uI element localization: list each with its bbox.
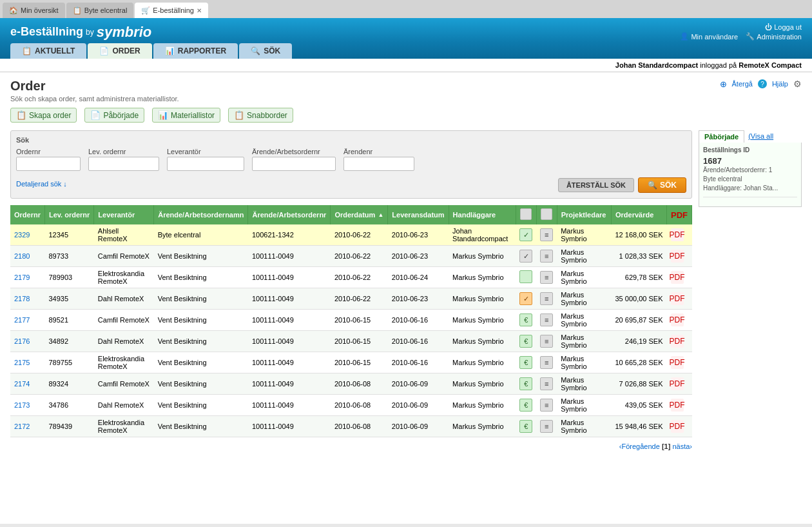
wrench-icon: 🔧 bbox=[746, 32, 755, 41]
order-link[interactable]: 2329 bbox=[14, 231, 30, 239]
order-link[interactable]: 2176 bbox=[14, 337, 30, 345]
doc-icon[interactable]: ≡ bbox=[540, 250, 553, 263]
materiallistor-icon: 📊 bbox=[158, 110, 168, 120]
col-projektledare[interactable]: Projektledare bbox=[557, 205, 611, 224]
browser-tab-ebestallning[interactable]: 🛒 E-beställning ✕ bbox=[135, 3, 208, 18]
back-link[interactable]: Återgå bbox=[732, 80, 753, 88]
col-arende-arbetsordernamn[interactable]: Ärende/Arbetsordernamn bbox=[154, 205, 248, 224]
cell-icon2: ≡ bbox=[536, 310, 557, 331]
order-link[interactable]: 2178 bbox=[14, 295, 30, 303]
doc-icon[interactable]: ≡ bbox=[540, 292, 553, 305]
doc-icon[interactable]: ≡ bbox=[540, 228, 553, 241]
pdf-icon[interactable]: PDF bbox=[671, 228, 684, 241]
lev-ordernr-input[interactable] bbox=[88, 157, 159, 171]
paborjade-icon: 📄 bbox=[90, 110, 101, 120]
order-link[interactable]: 2174 bbox=[14, 380, 30, 388]
browser-tab-overview[interactable]: 🏠 Min översikt bbox=[3, 3, 65, 18]
doc-icon[interactable]: ≡ bbox=[540, 356, 553, 369]
order-link[interactable]: 2175 bbox=[14, 359, 30, 366]
cell-leveransdatum: 2010-06-09 bbox=[388, 373, 449, 395]
cell-leveransdatum: 2010-06-16 bbox=[388, 352, 449, 373]
status-icon[interactable]: € bbox=[519, 420, 532, 433]
cell-arende-arbetsordernamn: Vent Besiktning bbox=[154, 267, 248, 288]
arende-arbetsordernr-input[interactable] bbox=[252, 157, 336, 171]
status-icon[interactable]: ✓ bbox=[519, 228, 532, 241]
cell-lev-ordernr: 34935 bbox=[44, 288, 93, 310]
help-link[interactable]: Hjälp bbox=[772, 80, 788, 88]
search-button[interactable]: 🔍 SÖK bbox=[638, 177, 686, 193]
status-icon[interactable]: € bbox=[519, 377, 532, 390]
col-ordervarde[interactable]: Ordervärde bbox=[611, 205, 666, 224]
cell-orderdatum: 2010-06-15 bbox=[331, 331, 388, 352]
leverantor-input[interactable] bbox=[167, 157, 244, 171]
cell-icon2: ≡ bbox=[536, 352, 557, 373]
cell-projektledare: Markus Symbrio bbox=[557, 373, 611, 395]
status-icon[interactable]: ✓ bbox=[519, 250, 532, 263]
status-icon[interactable]: € bbox=[519, 335, 532, 348]
cell-icon1 bbox=[516, 267, 536, 288]
sidebar-visa-all-link[interactable]: (Visa all bbox=[744, 130, 777, 143]
tab-sok[interactable]: 🔍 SÖK bbox=[239, 43, 292, 59]
reset-button[interactable]: ÅTERSTÄLL SÖK bbox=[558, 178, 634, 192]
cell-arende-arbetsordernamn: Vent Besiktning bbox=[154, 395, 248, 416]
search-fields: Ordernr Lev. ordernr Leverantör Ärende/A… bbox=[16, 148, 686, 171]
pdf-icon[interactable]: PDF bbox=[671, 420, 684, 433]
doc-icon[interactable]: ≡ bbox=[540, 313, 553, 326]
overview-tab-label: Min översikt bbox=[21, 6, 59, 14]
tab-aktuellt[interactable]: 📋 AKTUELLT bbox=[10, 43, 86, 59]
col-handlaggare[interactable]: Handläggare bbox=[449, 205, 516, 224]
col-lev-ordernr[interactable]: Lev. ordernr bbox=[44, 205, 93, 224]
pdf-icon[interactable]: PDF bbox=[671, 356, 684, 369]
cell-lev-ordernr: 789439 bbox=[44, 416, 93, 437]
col-icon2 bbox=[536, 205, 557, 224]
prev-page-link[interactable]: ‹Föregående bbox=[619, 442, 662, 450]
cell-ordernr: 2179 bbox=[10, 267, 44, 288]
search-label: SÖK bbox=[660, 181, 677, 190]
close-icon[interactable]: ✕ bbox=[197, 7, 202, 14]
doc-icon[interactable]: ≡ bbox=[540, 335, 553, 348]
next-page-link[interactable]: nästa› bbox=[672, 442, 692, 450]
pdf-icon[interactable]: PDF bbox=[671, 335, 684, 348]
settings-icon[interactable]: ⚙ bbox=[793, 79, 802, 89]
col-arende-arbetsordernr[interactable]: Ärende/Arbetsordernr bbox=[248, 205, 331, 224]
col-ordernr[interactable]: Ordernr bbox=[10, 205, 44, 224]
status-icon[interactable]: ✓ bbox=[519, 292, 532, 305]
tab-order[interactable]: 📄 ORDER bbox=[88, 43, 151, 59]
order-link[interactable]: 2179 bbox=[14, 273, 30, 281]
doc-icon[interactable]: ≡ bbox=[540, 399, 553, 412]
order-link[interactable]: 2173 bbox=[14, 401, 30, 409]
order-link[interactable]: 2172 bbox=[14, 423, 30, 430]
arendenr-input[interactable] bbox=[343, 157, 414, 171]
pdf-icon[interactable]: PDF bbox=[671, 313, 684, 326]
pdf-icon[interactable]: PDF bbox=[671, 271, 684, 284]
status-icon[interactable]: € bbox=[519, 399, 532, 412]
status-icon[interactable]: € bbox=[519, 356, 532, 369]
col-orderdatum[interactable]: Orderdatum▲ bbox=[331, 205, 388, 224]
order-link[interactable]: 2180 bbox=[14, 252, 30, 260]
pdf-icon[interactable]: PDF bbox=[671, 250, 684, 263]
status-icon[interactable] bbox=[519, 270, 532, 283]
doc-icon[interactable]: ≡ bbox=[540, 377, 553, 390]
browser-tab-byte[interactable]: 📋 Byte elcentral bbox=[66, 3, 134, 18]
ordernr-input[interactable] bbox=[16, 157, 81, 171]
doc-icon[interactable]: ≡ bbox=[540, 271, 553, 284]
tab-rapporter[interactable]: 📊 RAPPORTER bbox=[153, 43, 238, 59]
my-user-link[interactable]: 👤 Min användare 🔧 Administration bbox=[680, 32, 802, 41]
snabborder-button[interactable]: 📋 Snabborder bbox=[228, 108, 293, 123]
sidebar-item-arende: Ärende/Arbetsordernr: 1 bbox=[703, 166, 797, 175]
sidebar-tab-paborjade[interactable]: Påbörjade bbox=[699, 130, 744, 143]
pdf-icon[interactable]: PDF bbox=[671, 292, 684, 305]
status-icon[interactable]: € bbox=[519, 313, 532, 326]
detail-search-link[interactable]: Detaljerad sök ↓ bbox=[16, 180, 67, 188]
order-link[interactable]: 2177 bbox=[14, 316, 30, 324]
pdf-icon[interactable]: PDF bbox=[671, 377, 684, 390]
paborjade-button[interactable]: 📄 Påbörjade bbox=[84, 108, 144, 123]
col-leverantor[interactable]: Leverantör bbox=[94, 205, 154, 224]
materiallistor-button[interactable]: 📊 Materiallistor bbox=[152, 108, 220, 123]
pdf-icon[interactable]: PDF bbox=[671, 399, 684, 412]
doc-icon[interactable]: ≡ bbox=[540, 420, 553, 433]
col-leveransdatum[interactable]: Leveransdatum bbox=[388, 205, 449, 224]
skapa-order-button[interactable]: 📋 Skapa order bbox=[10, 108, 77, 123]
cell-projektledare: Markus Symbrio bbox=[557, 288, 611, 310]
logout-link[interactable]: ⏻ Logga ut bbox=[765, 23, 802, 31]
